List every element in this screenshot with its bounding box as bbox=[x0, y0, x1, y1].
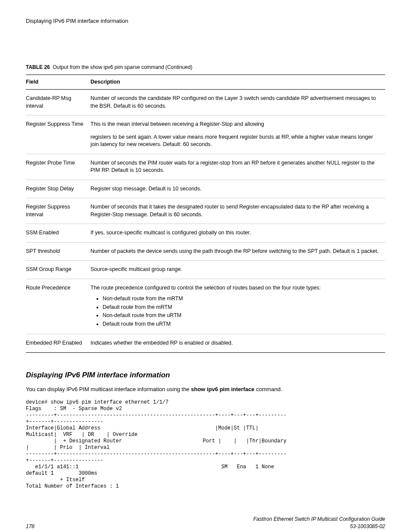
table-row: Register Stop Delay Register stop messag… bbox=[26, 180, 385, 198]
field-cell: Embedded RP Enabled bbox=[26, 334, 90, 353]
desc-cell: The route precedence configured to contr… bbox=[90, 279, 385, 334]
field-cell: SSM Group Range bbox=[26, 261, 90, 279]
body-text-pre: You can display IPv6 PIM multicast inter… bbox=[26, 386, 191, 392]
list-item: Non-default route from the mRTM bbox=[103, 295, 383, 303]
table-row: Register Probe Time Number of seconds th… bbox=[26, 154, 385, 180]
command-name: show ipv6 pim interface bbox=[191, 386, 254, 392]
desc-cell: This is the mean interval between receiv… bbox=[90, 115, 385, 154]
desc-cell: Number of seconds the candidate RP confi… bbox=[90, 90, 385, 115]
desc-line: This is the mean interval between receiv… bbox=[90, 121, 383, 128]
body-paragraph: You can display IPv6 PIM multicast inter… bbox=[26, 386, 385, 393]
table-row: SPT threshold Number of packets the devi… bbox=[26, 242, 385, 261]
table-row: SSM Group Range Source-specific multicas… bbox=[26, 261, 385, 279]
list-item: Default route from the mRTM bbox=[103, 304, 383, 311]
desc-cell: Number of packets the device sends using… bbox=[90, 242, 385, 261]
table-title: TABLE 26 Output from the show ipv6 pim s… bbox=[26, 64, 385, 71]
page-number: 178 bbox=[26, 523, 34, 530]
doc-number: 53-1003085-02 bbox=[253, 523, 385, 530]
table-row: Embedded RP Enabled Indicates whether th… bbox=[26, 334, 385, 353]
page-footer: 178 FastIron Ethernet Switch IP Multicas… bbox=[26, 516, 385, 530]
desc-line: The route precedence configured to contr… bbox=[90, 284, 383, 292]
section-heading: Displaying IPv6 PIM interface informatio… bbox=[26, 370, 385, 380]
field-cell: Candidate-RP Msg interval bbox=[26, 90, 90, 115]
col-desc: Description bbox=[90, 75, 385, 90]
desc-line: registers to be sent again. A lower valu… bbox=[90, 134, 383, 149]
field-cell: Register Stop Delay bbox=[26, 180, 90, 198]
field-cell: SSM Enabled bbox=[26, 224, 90, 243]
page-header: Displaying IPv6 PIM interface informatio… bbox=[26, 17, 385, 25]
field-cell: SPT threshold bbox=[26, 242, 90, 261]
code-block: device# show ipv6 pim interface ethernet… bbox=[26, 399, 385, 490]
list-item: Default route from the uRTM bbox=[103, 320, 383, 328]
col-field: Field bbox=[26, 75, 90, 90]
doc-title: FastIron Ethernet Switch IP Multicast Co… bbox=[253, 516, 385, 530]
table-row: Register Suppress Time This is the mean … bbox=[26, 115, 385, 154]
field-cell: Register Probe Time bbox=[26, 154, 90, 180]
table-label: TABLE 26 bbox=[26, 64, 50, 70]
field-cell: Route Precedence bbox=[26, 279, 90, 334]
desc-cell: Register stop message. Default is 10 sec… bbox=[90, 180, 385, 198]
desc-cell: Number of seconds that it takes the desi… bbox=[90, 198, 385, 224]
table-row: Candidate-RP Msg interval Number of seco… bbox=[26, 90, 385, 115]
definition-table: Field Description Candidate-RP Msg inter… bbox=[26, 75, 385, 353]
desc-cell: Indicates whether the embedded RP is ena… bbox=[90, 334, 385, 353]
table-row: SSM Enabled If yes, source-specific mult… bbox=[26, 224, 385, 243]
desc-cell: If yes, source-specific multicast is con… bbox=[90, 224, 385, 243]
table-row: Route Precedence The route precedence co… bbox=[26, 279, 385, 334]
table-caption: Output from the show ipv6 pim sparse com… bbox=[53, 64, 192, 70]
bullet-list: Non-default route from the mRTM Default … bbox=[90, 295, 383, 328]
doc-title-line: FastIron Ethernet Switch IP Multicast Co… bbox=[253, 516, 385, 523]
desc-cell: Number of seconds the PIM router waits f… bbox=[90, 154, 385, 180]
desc-cell: Source-specific multicast group range. bbox=[90, 261, 385, 279]
field-cell: Register Suppress Time bbox=[26, 115, 90, 154]
table-row: Register Suppress interval Number of sec… bbox=[26, 198, 385, 224]
field-cell: Register Suppress interval bbox=[26, 198, 90, 224]
body-text-post: command. bbox=[255, 386, 282, 392]
list-item: Non-default route from the uRTM bbox=[103, 312, 383, 320]
